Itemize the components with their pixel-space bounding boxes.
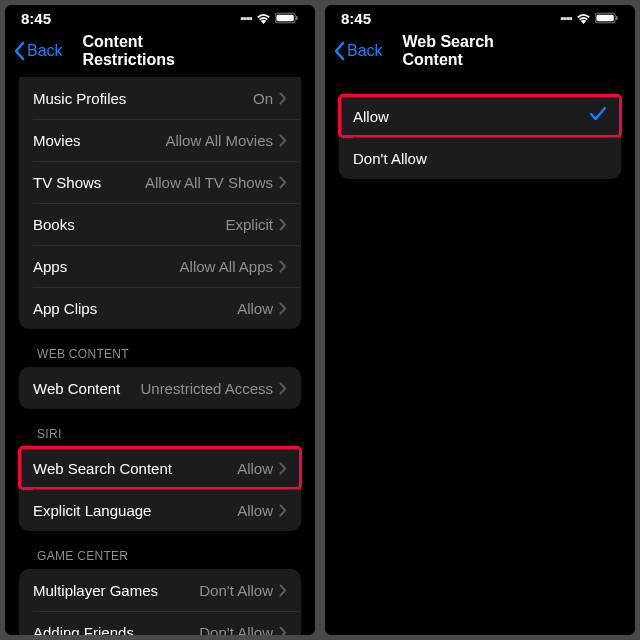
- chevron-right-icon: [279, 462, 287, 475]
- chevron-right-icon: [279, 382, 287, 395]
- chevron-right-icon: [279, 176, 287, 189]
- section-header-siri: SIRI: [5, 409, 315, 447]
- chevron-right-icon: [279, 626, 287, 636]
- status-icons: ▪▪▪▪: [240, 10, 299, 27]
- row-dont-allow[interactable]: Don't Allow: [339, 137, 621, 179]
- svg-rect-2: [296, 16, 297, 20]
- chevron-right-icon: [279, 584, 287, 597]
- row-label: Multiplayer Games: [33, 582, 199, 599]
- page-title: Web Search Content: [403, 33, 558, 69]
- row-value: Allow: [237, 460, 273, 477]
- chevron-right-icon: [279, 504, 287, 517]
- nav-bar: Back Web Search Content: [325, 31, 635, 71]
- row-label: Web Search Content: [33, 460, 237, 477]
- svg-rect-4: [596, 14, 613, 21]
- status-time: 8:45: [341, 10, 560, 27]
- cellular-icon: ▪▪▪▪: [240, 12, 252, 24]
- back-label: Back: [347, 42, 383, 60]
- chevron-right-icon: [279, 260, 287, 273]
- row-label: Web Content: [33, 380, 140, 397]
- content-list: Music Profiles On Movies Allow All Movie…: [19, 77, 301, 329]
- row-label: TV Shows: [33, 174, 145, 191]
- row-web-content[interactable]: Web Content Unrestricted Access: [19, 367, 301, 409]
- siri-list: Web Search Content Allow Explicit Langua…: [19, 447, 301, 531]
- chevron-right-icon: [279, 92, 287, 105]
- row-label: Allow: [353, 108, 589, 125]
- options-list: Allow Don't Allow: [339, 95, 621, 179]
- back-button[interactable]: Back: [333, 41, 383, 61]
- back-label: Back: [27, 42, 63, 60]
- game-center-list: Multiplayer Games Don't Allow Adding Fri…: [19, 569, 301, 635]
- row-value: Allow: [237, 300, 273, 317]
- row-value: On: [253, 90, 273, 107]
- row-label: Explicit Language: [33, 502, 237, 519]
- row-label: Books: [33, 216, 225, 233]
- status-icons: ▪▪▪▪: [560, 10, 619, 27]
- phone-right: 8:45 ▪▪▪▪ Back Web Search Content Allow: [325, 5, 635, 635]
- nav-bar: Back Content Restrictions: [5, 31, 315, 71]
- row-tv-shows[interactable]: TV Shows Allow All TV Shows: [19, 161, 301, 203]
- battery-icon: [595, 10, 619, 27]
- wifi-icon: [256, 10, 271, 27]
- page-title: Content Restrictions: [83, 33, 238, 69]
- row-value: Allow All TV Shows: [145, 174, 273, 191]
- row-label: Music Profiles: [33, 90, 253, 107]
- back-button[interactable]: Back: [13, 41, 63, 61]
- web-content-list: Web Content Unrestricted Access: [19, 367, 301, 409]
- section-header-web-content: WEB CONTENT: [5, 329, 315, 367]
- row-value: Don't Allow: [199, 582, 273, 599]
- section-header-game-center: GAME CENTER: [5, 531, 315, 569]
- chevron-right-icon: [279, 134, 287, 147]
- battery-icon: [275, 10, 299, 27]
- row-value: Don't Allow: [199, 624, 273, 636]
- row-adding-friends[interactable]: Adding Friends Don't Allow: [19, 611, 301, 635]
- status-bar: 8:45 ▪▪▪▪: [325, 5, 635, 31]
- row-label: Don't Allow: [353, 150, 607, 167]
- row-label: App Clips: [33, 300, 237, 317]
- row-books[interactable]: Books Explicit: [19, 203, 301, 245]
- row-multiplayer-games[interactable]: Multiplayer Games Don't Allow: [19, 569, 301, 611]
- row-label: Apps: [33, 258, 180, 275]
- row-app-clips[interactable]: App Clips Allow: [19, 287, 301, 329]
- row-allow[interactable]: Allow: [339, 95, 621, 137]
- row-web-search-content[interactable]: Web Search Content Allow: [19, 447, 301, 489]
- row-explicit-language[interactable]: Explicit Language Allow: [19, 489, 301, 531]
- status-time: 8:45: [21, 10, 240, 27]
- row-value: Unrestricted Access: [140, 380, 273, 397]
- chevron-left-icon: [13, 41, 25, 61]
- chevron-right-icon: [279, 302, 287, 315]
- row-value: Allow All Movies: [165, 132, 273, 149]
- content-scroll[interactable]: Music Profiles On Movies Allow All Movie…: [5, 71, 315, 635]
- chevron-right-icon: [279, 218, 287, 231]
- phone-left: 8:45 ▪▪▪▪ Back Content Restrictions Musi…: [5, 5, 315, 635]
- row-value: Allow All Apps: [180, 258, 273, 275]
- content-scroll[interactable]: Allow Don't Allow: [325, 71, 635, 635]
- row-music-profiles[interactable]: Music Profiles On: [19, 77, 301, 119]
- checkmark-icon: [589, 106, 607, 126]
- row-label: Movies: [33, 132, 165, 149]
- chevron-left-icon: [333, 41, 345, 61]
- status-bar: 8:45 ▪▪▪▪: [5, 5, 315, 31]
- row-apps[interactable]: Apps Allow All Apps: [19, 245, 301, 287]
- svg-rect-5: [616, 16, 617, 20]
- row-value: Explicit: [225, 216, 273, 233]
- row-value: Allow: [237, 502, 273, 519]
- row-label: Adding Friends: [33, 624, 199, 636]
- cellular-icon: ▪▪▪▪: [560, 12, 572, 24]
- row-movies[interactable]: Movies Allow All Movies: [19, 119, 301, 161]
- wifi-icon: [576, 10, 591, 27]
- svg-rect-1: [276, 14, 293, 21]
